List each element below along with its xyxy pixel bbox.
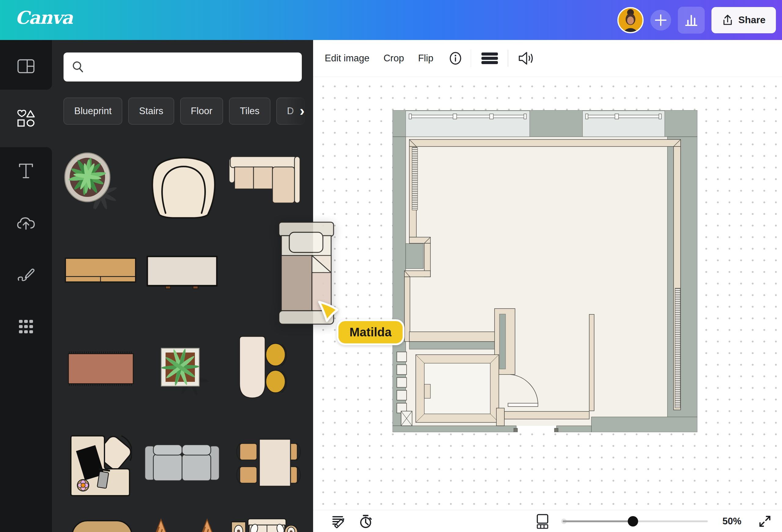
chips-scroll-chevron-icon[interactable]: › [300,101,305,121]
element-dining-set[interactable] [229,439,308,487]
sidebar-item-elements[interactable] [0,102,52,135]
canva-editor: { "topbar": { "logo": "Canva", "share_la… [0,0,782,532]
element-deck-chair[interactable] [147,518,175,532]
share-upload-icon [722,14,734,26]
collaborator-name-badge: Matilda [336,319,404,345]
bar-chart-icon [684,13,698,27]
search-box[interactable] [64,52,302,81]
element-potted-plant[interactable] [58,146,120,215]
search-input[interactable] [90,58,302,76]
design-templates-icon [17,59,35,74]
flip-button[interactable]: Flip [418,53,433,64]
element-armchair[interactable] [149,146,218,219]
zoom-slider-fill [563,521,633,522]
zoom-slider-thumb[interactable] [628,516,638,527]
notes-icon[interactable] [331,515,347,529]
share-button-label: Share [738,14,766,26]
floor-plan-image[interactable] [393,110,698,432]
edit-image-button[interactable]: Edit image [325,53,369,64]
search-icon [71,61,85,74]
pages-grid-view-icon[interactable] [535,514,550,529]
apps-grid-icon [18,319,34,335]
insights-button[interactable] [678,7,705,34]
element-sofa-set[interactable] [231,515,297,532]
canva-logo[interactable]: Canva [15,7,72,28]
chip-tiles[interactable]: Tiles [229,98,270,124]
canvas-area: Edit image Crop Flip [313,40,782,532]
avatar-image [618,8,642,32]
draw-pen-icon [17,267,35,282]
sidebar-item-uploads[interactable] [0,206,52,240]
toolbar-divider [508,50,508,67]
position-layers-icon[interactable] [480,51,499,65]
sidebar-item-apps[interactable] [0,310,52,344]
text-icon [18,163,34,179]
info-icon[interactable] [448,50,463,66]
context-toolbar: Edit image Crop Flip [313,40,782,77]
fullscreen-icon[interactable] [757,514,772,529]
zoom-percent[interactable]: 50% [722,516,756,527]
timer-icon[interactable] [358,514,374,529]
avatar[interactable] [617,7,644,33]
top-navbar: Canva [0,0,782,40]
filter-chips: Blueprint Stairs Floor Tiles D [64,98,305,124]
sidebar-item-design[interactable] [0,49,52,83]
crop-button[interactable]: Crop [383,53,404,64]
toolbar-divider [471,50,471,67]
sidebar-item-text[interactable] [0,154,52,188]
design-workspace[interactable] [313,77,782,510]
element-rug[interactable] [67,351,135,386]
elements-icon [16,110,35,127]
sidebar-rail [0,40,52,532]
chip-floor[interactable]: Floor [180,98,223,124]
element-gray-sofa[interactable] [144,444,220,481]
cloud-upload-icon [16,216,35,231]
element-sectional-sofa[interactable] [228,155,301,204]
elements-panel: Blueprint Stairs Floor Tiles D › [52,40,313,532]
chip-blueprint[interactable]: Blueprint [64,98,122,124]
element-deck-chair[interactable] [193,518,221,532]
chips-fade [286,98,313,124]
create-design-button[interactable] [650,10,671,31]
element-desk-setup[interactable] [68,434,132,498]
sidebar-item-draw[interactable] [0,258,52,292]
element-sideboard[interactable] [65,258,136,283]
bottom-bar: 50% [313,510,782,532]
share-button[interactable]: Share [711,7,776,33]
element-oval-table[interactable] [71,519,133,532]
element-palm-plant[interactable] [146,337,215,402]
chip-stairs[interactable]: Stairs [128,98,174,124]
plus-icon [654,14,667,27]
element-side-table[interactable] [147,256,217,290]
volume-icon[interactable] [518,51,535,66]
element-bar-table-stools[interactable] [239,336,293,401]
